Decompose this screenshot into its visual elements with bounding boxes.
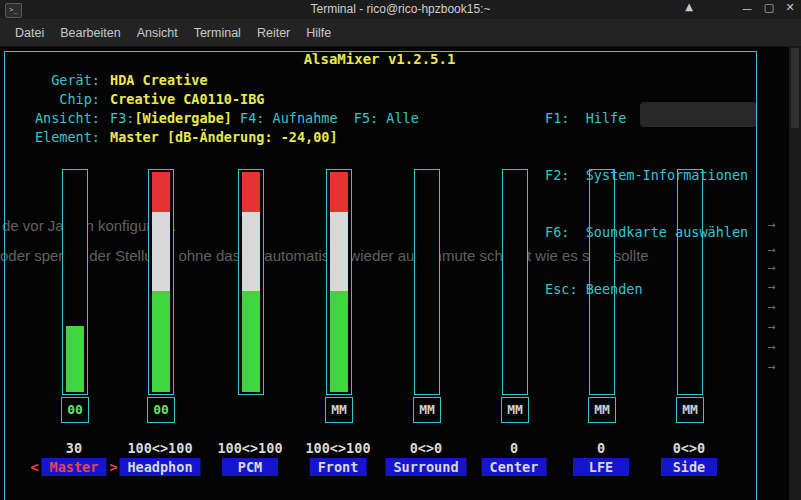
mute-switch-surround[interactable]: MM (413, 397, 441, 423)
wrap-arrow-icon: → (768, 279, 776, 294)
mixer-help: F1: Hilfe F2: System-Informationen F6: S… (545, 71, 748, 337)
mixer-title: AlsaMixer v1.2.5.1 (4, 51, 755, 67)
help-f2: F2: System-Informationen (545, 166, 748, 185)
selected-marker-right: > (109, 459, 117, 475)
channel-label-side[interactable]: Side (661, 458, 717, 476)
shade-icon[interactable]: ▲ (681, 1, 697, 12)
volume-fill-center (506, 172, 524, 392)
chip-label: Chip: (8, 90, 100, 109)
wrap-arrow-icon: → (768, 299, 776, 314)
channel-name: Surround (385, 458, 466, 476)
menu-ansicht[interactable]: Ansicht (130, 23, 185, 43)
wrap-arrow-icon: → (768, 217, 776, 232)
channel-label-front[interactable]: Front (310, 458, 367, 476)
channel-label-lfe[interactable]: LFE (573, 458, 629, 476)
mute-switch-master[interactable]: 00 (61, 397, 89, 423)
volume-bar-front[interactable] (326, 169, 352, 395)
menu-bearbeiten[interactable]: Bearbeiten (53, 23, 127, 43)
view-other-tabs: F4: Aufnahme F5: Alle (232, 110, 419, 126)
volume-bar-surround[interactable] (414, 169, 440, 395)
menu-datei[interactable]: Datei (8, 23, 51, 43)
scrollbar[interactable] (789, 46, 801, 500)
info-row-element: Element: Master [dB-Änderung: -24,00] (8, 128, 419, 147)
channel-name: Headphon (119, 458, 200, 476)
info-row-device: Gerät: HDA Creative (8, 71, 419, 90)
volume-fill-surround (418, 172, 436, 392)
channel-label-headphon[interactable]: Headphon (119, 458, 200, 476)
mute-switch-side[interactable]: MM (676, 397, 704, 423)
mute-switch-headphon[interactable]: 00 (147, 397, 175, 423)
view-label: Ansicht: (8, 109, 100, 128)
channel-name: Master (42, 458, 107, 476)
view-f3: F3: (110, 110, 134, 126)
menubar: Datei Bearbeiten Ansicht Terminal Reiter… (0, 19, 801, 47)
menu-terminal[interactable]: Terminal (187, 23, 248, 43)
wrap-arrow-icon: → (768, 260, 776, 275)
channel-name: Side (661, 458, 717, 476)
terminal-screen[interactable]: de vor Jahren konfiguriert. oder sperren… (0, 46, 801, 500)
info-row-view: Ansicht: F3:[Wiedergabe] F4: Aufnahme F5… (8, 109, 419, 128)
wrap-arrow-icon: → (768, 242, 776, 257)
menu-hilfe[interactable]: Hilfe (299, 23, 338, 43)
help-f1: F1: Hilfe (545, 109, 748, 128)
desktop: { "window": { "title": "Terminal - rico@… (0, 0, 801, 500)
channel-label-master[interactable]: <Master> (27, 458, 120, 476)
volume-bar-center[interactable] (502, 169, 528, 395)
volume-fill-front (330, 172, 348, 392)
wrap-arrow-icon: → (768, 359, 776, 374)
wrap-arrow-icon: → (768, 339, 776, 354)
wrap-arrow-icon: → (768, 319, 776, 334)
volume-bar-master[interactable] (62, 169, 88, 395)
help-esc: Esc: Beenden (545, 280, 748, 299)
channel-label-center[interactable]: Center (482, 458, 547, 476)
element-value: Master [dB-Änderung: -24,00] (110, 128, 338, 147)
mute-switch-lfe[interactable]: MM (588, 397, 616, 423)
volume-fill-headphon (152, 172, 170, 392)
volume-fill-pcm (242, 172, 260, 392)
minimize-icon[interactable]: — (739, 3, 755, 14)
mute-switch-front[interactable]: MM (325, 397, 353, 423)
channel-value-side: 0<>0 (629, 440, 749, 456)
close-icon[interactable]: ✕ (782, 1, 798, 14)
selected-marker-left: < (30, 459, 38, 475)
maximize-icon[interactable]: ▢ (761, 1, 777, 14)
mute-switch-center[interactable]: MM (501, 397, 529, 423)
channel-name: Front (310, 458, 367, 476)
device-label: Gerät: (8, 71, 100, 90)
info-row-chip: Chip: Creative CA0110-IBG (8, 90, 419, 109)
mixer-info: Gerät: HDA Creative Chip: Creative CA011… (8, 71, 419, 147)
view-active-tab: [Wiedergabe] (134, 110, 232, 126)
channel-name: PCM (222, 458, 278, 476)
channel-name: Center (482, 458, 547, 476)
menu-reiter[interactable]: Reiter (250, 23, 297, 43)
device-value: HDA Creative (110, 71, 208, 90)
element-label: Element: (8, 128, 100, 147)
channel-label-surround[interactable]: Surround (385, 458, 466, 476)
channel-name: LFE (573, 458, 629, 476)
scrollbar-thumb[interactable] (791, 48, 799, 128)
view-value: F3:[Wiedergabe] F4: Aufnahme F5: Alle (110, 109, 419, 128)
channel-label-pcm[interactable]: PCM (222, 458, 278, 476)
volume-fill-master (66, 172, 84, 392)
volume-bar-headphon[interactable] (148, 169, 174, 395)
volume-bar-pcm[interactable] (238, 169, 264, 395)
window-titlebar[interactable]: >_ Terminal - rico@rico-hpzbook15:~ ▲ — … (0, 0, 801, 20)
chip-value: Creative CA0110-IBG (110, 90, 264, 109)
help-f6: F6: Soundkarte auswählen (545, 223, 748, 242)
